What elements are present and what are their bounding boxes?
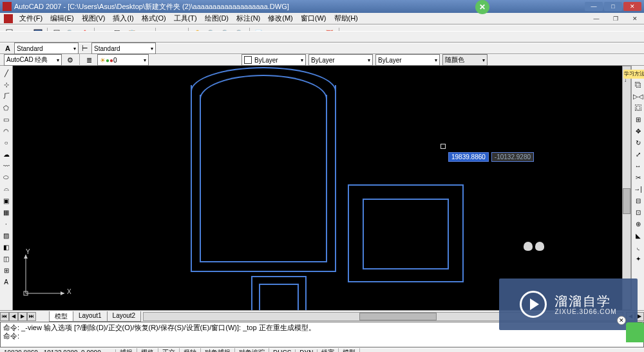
save-button[interactable]: [32, 27, 44, 40]
mdi-close-button[interactable]: ✕: [626, 14, 644, 23]
spline-tool[interactable]: 〰: [1, 161, 12, 171]
zoom-window-button[interactable]: 🔍: [220, 27, 232, 40]
close-bubble-button[interactable]: ✕: [617, 316, 626, 325]
arc-tool[interactable]: ◠: [1, 126, 12, 136]
lineweight-combo[interactable]: ByLayer ▾: [375, 54, 440, 66]
move-tool[interactable]: ✥: [633, 126, 643, 136]
make-block-tool[interactable]: ▦: [1, 207, 12, 217]
menu-format[interactable]: 格式(O): [138, 14, 170, 23]
status-model[interactable]: 模型: [339, 348, 360, 352]
layer-combo[interactable]: ☀●● 0 ▾: [97, 54, 149, 66]
help-button[interactable]: ?: [342, 27, 355, 40]
window-minimize-button[interactable]: —: [585, 2, 603, 11]
array-tool[interactable]: ⊞: [633, 114, 643, 124]
properties-button[interactable]: 📑: [252, 27, 265, 40]
tool-palettes-button[interactable]: ▦: [281, 27, 294, 40]
scrollbar-thumb[interactable]: [359, 313, 437, 320]
menu-window[interactable]: 窗口(W): [297, 14, 330, 23]
status-polar[interactable]: 极轴: [180, 348, 201, 352]
menu-draw[interactable]: 绘图(D): [201, 14, 232, 23]
mdi-minimize-button[interactable]: —: [587, 14, 605, 23]
ellipse-tool[interactable]: ⬭: [1, 172, 12, 182]
mirror-tool[interactable]: ▷◁: [633, 91, 643, 101]
text-style-combo[interactable]: Standard ▾: [14, 43, 79, 54]
plotstyle-combo[interactable]: 随颜色 ▾: [442, 54, 488, 66]
status-ortho[interactable]: 正交: [158, 348, 180, 352]
insert-block-tool[interactable]: ▣: [1, 195, 12, 206]
scrollbar-thumb[interactable]: [623, 188, 630, 214]
communication-center-icon[interactable]: ✕: [475, 0, 489, 14]
layout-tab-1[interactable]: Layout1: [73, 311, 108, 322]
menu-edit[interactable]: 编辑(E): [46, 14, 78, 23]
menu-insert[interactable]: 插入(I): [109, 14, 137, 23]
workspace-combo[interactable]: AutoCAD 经典 ▾: [4, 54, 62, 66]
point-tool[interactable]: ·: [1, 219, 12, 229]
join-tool[interactable]: ⊕: [633, 219, 643, 229]
undo-button[interactable]: ↶: [158, 27, 171, 40]
line-tool[interactable]: ╱: [1, 68, 12, 78]
mdi-restore-button[interactable]: ❐: [607, 14, 625, 23]
zoom-realtime-button[interactable]: 🔍: [205, 27, 218, 40]
menu-modify[interactable]: 修改(M): [264, 14, 297, 23]
copy-tool[interactable]: ⿻: [633, 79, 643, 90]
menu-help[interactable]: 帮助(H): [330, 14, 362, 23]
pan-button[interactable]: ✋: [191, 27, 204, 40]
rectangle-tool[interactable]: ▭: [1, 114, 12, 124]
tab-scroll-first[interactable]: ⏮: [0, 312, 9, 321]
workspace-settings-button[interactable]: ⚙: [64, 54, 77, 66]
chamfer-tool[interactable]: ◣: [633, 230, 643, 240]
table-tool[interactable]: ⊞: [1, 265, 12, 275]
menu-tools[interactable]: 工具(T): [170, 14, 201, 23]
status-snap[interactable]: 捕捉: [116, 348, 137, 352]
layout-tab-model[interactable]: 模型: [49, 311, 73, 322]
construction-line-tool[interactable]: ⊹: [1, 79, 12, 90]
status-lwt[interactable]: 线宽: [317, 348, 339, 352]
match-properties-button[interactable]: 🖌: [140, 27, 153, 40]
sheet-set-button[interactable]: ▤: [295, 27, 308, 40]
menu-dimension[interactable]: 标注(N): [232, 14, 264, 23]
linetype-combo[interactable]: ByLayer ▾: [308, 54, 373, 66]
polyline-tool[interactable]: ⺁: [1, 91, 12, 101]
dim-style-combo[interactable]: Standard ▾: [91, 43, 156, 54]
tab-scroll-next[interactable]: ▶: [18, 312, 27, 321]
ellipse-arc-tool[interactable]: ⌓: [1, 184, 12, 194]
color-combo[interactable]: ByLayer ▾: [242, 54, 306, 66]
redo-button[interactable]: ↷: [173, 27, 185, 40]
tab-scroll-prev[interactable]: ◀: [9, 312, 18, 321]
status-osnap[interactable]: 对象捕捉: [201, 348, 235, 352]
explode-tool[interactable]: ✦: [633, 253, 643, 264]
new-button[interactable]: [3, 27, 16, 40]
window-close-button[interactable]: ✕: [623, 2, 641, 11]
rotate-tool[interactable]: ↻: [633, 137, 643, 148]
quickcalc-button[interactable]: 🧮: [323, 27, 336, 40]
design-center-button[interactable]: ⊞: [267, 27, 279, 40]
break-at-point-tool[interactable]: ⊟: [633, 195, 643, 206]
publish-button[interactable]: 📤: [79, 27, 91, 40]
dim-style-icon[interactable]: ⊢: [80, 44, 90, 53]
window-maximize-button[interactable]: □: [604, 2, 622, 11]
open-button[interactable]: [17, 27, 30, 40]
tab-scroll-last[interactable]: ⏭: [27, 312, 36, 321]
menu-view[interactable]: 视图(V): [78, 14, 109, 23]
scale-tool[interactable]: ⤢: [633, 149, 643, 159]
canvas-vertical-scrollbar[interactable]: [622, 66, 631, 310]
cut-button[interactable]: ✂: [97, 27, 110, 40]
status-coordinates[interactable]: 19839.8860, -10132.9280, 0.0000: [0, 349, 116, 353]
mtext-tool[interactable]: A: [1, 277, 12, 287]
extend-tool[interactable]: →|: [633, 184, 643, 194]
status-dyn[interactable]: DYN: [296, 349, 317, 353]
region-tool[interactable]: ◫: [1, 253, 12, 264]
status-grid[interactable]: 栅格: [137, 348, 158, 352]
offset-tool[interactable]: ⿴: [633, 103, 643, 113]
paste-button[interactable]: 📋: [126, 27, 138, 40]
layer-properties-button[interactable]: ≣: [82, 54, 95, 66]
break-tool[interactable]: ⊡: [633, 207, 643, 217]
copy-button[interactable]: ⿻: [111, 27, 124, 40]
markup-button[interactable]: ▣: [309, 27, 322, 40]
stretch-tool[interactable]: ↔: [633, 161, 643, 171]
fillet-tool[interactable]: ◟: [633, 242, 643, 252]
plot-button[interactable]: [50, 27, 63, 40]
revision-cloud-tool[interactable]: ☁: [1, 149, 12, 159]
gradient-tool[interactable]: ◧: [1, 242, 12, 252]
drawing-canvas[interactable]: 19839.8860 -10132.9280 Y X: [13, 66, 631, 310]
